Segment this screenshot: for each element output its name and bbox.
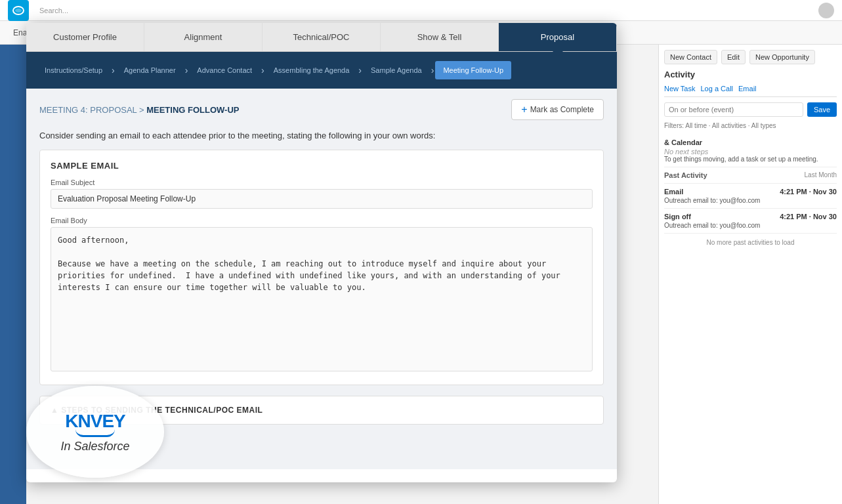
- new-opportunity-button[interactable]: New Opportunity: [749, 50, 815, 64]
- activity-submit-button[interactable]: Save: [807, 102, 837, 117]
- modal-tabs: Customer Profile Alignment Technical/POC…: [26, 23, 617, 52]
- past-activity-header: Past Activity Last Month: [664, 167, 837, 184]
- email-body-label: Email Body: [51, 217, 593, 224]
- past-activity-date: Last Month: [805, 171, 837, 179]
- breadcrumb: MEETING 4: PROPOSAL > MEETING FOLLOW-UP: [39, 105, 239, 115]
- step-arrow-1: ›: [112, 65, 115, 75]
- filter-row: Filters: All time · All activities · All…: [664, 122, 837, 129]
- step-instructions[interactable]: Instructions/Setup: [37, 61, 110, 79]
- activity-item-signoff-header: Sign off 4:21 PM · Nov 30: [664, 213, 837, 220]
- mark-complete-label: Mark as Complete: [530, 105, 594, 114]
- tab-proposal[interactable]: Proposal: [499, 23, 617, 51]
- activity-item-signoff-label: Sign off: [664, 213, 691, 220]
- no-next-steps-section: & Calendar No next steps To get things m…: [664, 135, 837, 167]
- step-assembling[interactable]: Assembling the Agenda: [266, 61, 358, 79]
- tab-show-tell[interactable]: Show & Tell: [381, 23, 499, 51]
- breadcrumb-bold: MEETING FOLLOW-UP: [146, 105, 239, 115]
- watermark: KNVEY In Salesforce: [26, 386, 164, 478]
- crm-right-header: New Contact Edit New Opportunity: [664, 50, 837, 64]
- step-agenda-planner[interactable]: Agenda Planner: [116, 61, 184, 79]
- watermark-arc: [75, 429, 115, 437]
- meeting-instruction: Consider sending an email to each attend…: [26, 128, 617, 150]
- activity-item-email-date: 4:21 PM · Nov 30: [780, 188, 837, 196]
- step-sample-agenda[interactable]: Sample Agenda: [363, 61, 430, 79]
- watermark-logo-kn: KNV: [65, 411, 102, 431]
- activity-item-signoff: Sign off 4:21 PM · Nov 30 Outreach email…: [664, 209, 837, 234]
- edit-button[interactable]: Edit: [721, 50, 746, 64]
- step-arrow-2: ›: [185, 65, 188, 75]
- watermark-subtitle: In Salesforce: [60, 440, 129, 453]
- crm-logo: [8, 0, 29, 21]
- activity-item-email-header: Email 4:21 PM · Nov 30: [664, 188, 837, 196]
- tab-log-call[interactable]: Log a Call: [700, 85, 733, 93]
- step-arrow-3: ›: [261, 65, 264, 75]
- no-next-steps-body: To get things moving, add a task or set …: [664, 156, 837, 163]
- activity-item-email: Email 4:21 PM · Nov 30 Outreach email to…: [664, 184, 837, 209]
- tab-customer-profile[interactable]: Customer Profile: [26, 23, 144, 51]
- watermark-logo-ey: EY: [102, 411, 125, 431]
- activity-tabs: New Task Log a Call Email: [664, 85, 837, 97]
- email-card: SAMPLE EMAIL Email Subject Email Body: [39, 150, 604, 385]
- activity-input[interactable]: [664, 102, 803, 117]
- tab-email[interactable]: Email: [738, 85, 757, 93]
- crm-header: Search...: [0, 0, 842, 21]
- tab-new-task[interactable]: New Task: [664, 85, 695, 93]
- breadcrumb-prefix: MEETING 4: PROPOSAL >: [39, 105, 146, 115]
- meeting-header: MEETING 4: PROPOSAL > MEETING FOLLOW-UP …: [26, 89, 617, 128]
- activity-section: Activity New Task Log a Call Email Save …: [664, 70, 837, 251]
- user-avatar: [818, 3, 834, 18]
- crm-header-icons: [818, 3, 834, 18]
- email-card-title: SAMPLE EMAIL: [51, 161, 593, 171]
- step-arrow-5: ›: [431, 65, 434, 75]
- crm-right-panel: New Contact Edit New Opportunity Activit…: [658, 45, 842, 504]
- tab-alignment[interactable]: Alignment: [144, 23, 263, 51]
- new-contact-button[interactable]: New Contact: [664, 50, 717, 64]
- stepper: Instructions/Setup › Agenda Planner › Ad…: [37, 61, 606, 79]
- activity-item-email-label: Email: [664, 188, 683, 196]
- mark-complete-button[interactable]: + Mark as Complete: [511, 99, 604, 120]
- email-subject-input[interactable]: [51, 189, 593, 209]
- plus-icon: +: [521, 104, 527, 116]
- step-arrow-4: ›: [358, 65, 362, 75]
- past-activity-row: Past Activity Last Month: [664, 171, 837, 179]
- activity-item-signoff-text: Outreach email to: you@foo.com: [664, 222, 837, 229]
- activity-item-signoff-date: 4:21 PM · Nov 30: [780, 213, 837, 220]
- activity-item-email-text: Outreach email to: you@foo.com: [664, 197, 837, 204]
- stepper-container: Instructions/Setup › Agenda Planner › Ad…: [26, 52, 617, 89]
- past-activity-label: Past Activity: [664, 171, 707, 179]
- email-subject-label: Email Subject: [51, 178, 593, 186]
- activity-title: Activity: [664, 70, 837, 79]
- search-placeholder: Search...: [39, 7, 68, 14]
- tab-technical-poc[interactable]: Technical/POC: [263, 23, 381, 51]
- email-body-textarea[interactable]: [51, 227, 593, 371]
- no-next-steps: No next steps: [664, 148, 837, 156]
- step-advance-contact[interactable]: Advance Contact: [189, 61, 260, 79]
- crm-sidebar: [0, 45, 26, 504]
- svg-point-1: [15, 9, 22, 12]
- activity-input-row: Save: [664, 102, 837, 117]
- calendar-header: & Calendar: [664, 138, 837, 146]
- no-more-activities: No more past activities to load: [664, 234, 837, 251]
- step-meeting-followup[interactable]: Meeting Follow-Up: [435, 61, 511, 79]
- watermark-logo: KNVEY: [65, 411, 125, 432]
